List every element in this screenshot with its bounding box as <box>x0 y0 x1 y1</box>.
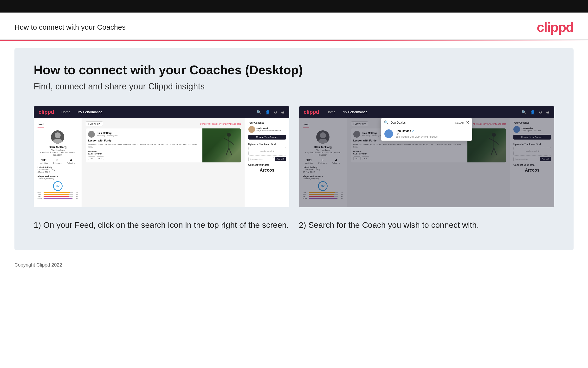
svg-point-1 <box>53 138 62 144</box>
nav-home-1[interactable]: Home <box>61 110 70 114</box>
svg-line-12 <box>489 138 494 141</box>
following-row-1: Following ▾ Control who can see your act… <box>86 121 241 126</box>
main-title: How to connect with your Coaches (Deskto… <box>34 63 554 77</box>
nav-home-2[interactable]: Home <box>326 110 335 114</box>
add-link-btn-1[interactable]: Add Link <box>275 157 286 161</box>
trackman-input-row-1: Trackman Link Add Link <box>248 157 286 161</box>
search-input-value[interactable]: Dan Davies <box>391 121 453 124</box>
svg-line-15 <box>494 148 497 155</box>
following-button-1[interactable]: Following ▾ <box>86 121 103 126</box>
avatar-icon-nav[interactable]: ◉ <box>281 110 284 114</box>
nav-my-performance-2[interactable]: My Performance <box>343 110 368 114</box>
coach-row-1: David Ford Royal North Devon Golf Club <box>248 126 286 133</box>
player-perf-label: Player Performance <box>37 175 78 178</box>
step-2-text: 2) Search for the Coach you wish to conn… <box>299 219 554 231</box>
user-icon-nav[interactable]: 👤 <box>265 110 270 114</box>
profile-club-2: Royal North Devon Golf Club, United King… <box>303 151 343 156</box>
manage-coaches-btn-2[interactable]: Manage Your Coaches <box>513 135 551 139</box>
svg-point-9 <box>318 138 328 144</box>
coach-avatar-2 <box>513 126 520 133</box>
score-circle-2: 92 <box>318 181 328 191</box>
coach-avatar-1 <box>248 126 255 133</box>
profile-name-1: Blair McHarg <box>37 146 78 149</box>
app-btn[interactable]: APP <box>97 156 104 160</box>
search-icon-overlay: 🔍 <box>384 120 389 125</box>
coaches-title-2: Your Coaches <box>513 121 551 124</box>
svg-point-10 <box>492 133 496 137</box>
search-result-avatar <box>384 129 393 138</box>
perf-bar-arg: ARG 86 <box>37 196 78 197</box>
app-nav-logo-1: clippd <box>38 109 54 115</box>
search-bar-row: 🔍 Dan Davies CLEAR ✕ <box>381 118 472 127</box>
settings-icon-nav-2[interactable]: ⚙ <box>539 110 542 114</box>
settings-icon-nav[interactable]: ⚙ <box>274 110 277 114</box>
clippd-logo: clippd <box>537 19 574 35</box>
svg-line-7 <box>229 148 232 155</box>
following-button-2: Following ▾ <box>351 121 368 126</box>
post-user-row-1: Blair McHarg Yesterday · Sunningdale <box>88 131 200 138</box>
search-result-item[interactable]: Dan Davies ✔ Pro Sunningdale Golf Club, … <box>381 127 472 140</box>
svg-point-8 <box>320 132 326 138</box>
search-result-name: Dan Davies <box>395 129 411 133</box>
latest-activity-label: Latest Activity <box>37 166 78 168</box>
manage-coaches-btn-1[interactable]: Manage Your Coaches <box>248 135 286 139</box>
profile-avatar-1 <box>51 130 64 144</box>
main-subtitle: Find, connect and share your Clippd insi… <box>34 82 554 92</box>
profile-avatar-2 <box>316 130 330 144</box>
coach-club-1: Royal North Devon Golf Club <box>257 130 281 132</box>
nav-icons-2: 🔍 👤 ⚙ ◉ <box>522 110 550 114</box>
profile-name-2: Blair McHarg <box>303 146 343 149</box>
control-link-1[interactable]: Control who can see your activity and da… <box>200 123 241 125</box>
screenshot-panel-1: clippd Home My Performance 🔍 👤 ⚙ ◉ Feed <box>34 106 289 207</box>
perf-bar-ott: OTT 90 <box>37 192 78 193</box>
search-overlay: 🔍 Dan Davies CLEAR ✕ Dan Davies ✔ Pro Su… <box>381 118 472 141</box>
feed-tab-1[interactable]: Feed <box>37 123 44 128</box>
header: How to connect with your Coaches clippd <box>0 12 588 40</box>
profile-stats-2: 131 Activities 3 Followers 4 Following <box>303 158 343 164</box>
trackman-input-1[interactable]: Trackman Link <box>248 157 274 161</box>
avatar-icon-nav-2[interactable]: ◉ <box>546 110 550 114</box>
verified-icon: ✔ <box>412 129 414 133</box>
screenshot-panel-2: clippd Home My Performance 🔍 👤 ⚙ ◉ 🔍 Dan… <box>299 106 554 207</box>
user-icon-nav-2[interactable]: 👤 <box>530 110 535 114</box>
coaches-title-1: Your Coaches <box>248 121 286 124</box>
feed-tab-2: Feed <box>303 123 309 128</box>
svg-point-2 <box>227 133 231 137</box>
app-nav-1: clippd Home My Performance 🔍 👤 ⚙ ◉ <box>34 106 289 118</box>
player-perf-sublabel: Total Player Quality <box>37 178 78 180</box>
post-avatar-1 <box>88 131 95 138</box>
app-body-1: Feed Blair McHarg Plus Handicap Royal No… <box>34 118 289 207</box>
post-title-1: Lesson with Fordy <box>88 139 200 142</box>
nav-my-performance-1[interactable]: My Performance <box>78 110 102 114</box>
post-card-1: Blair McHarg Yesterday · Sunningdale Les… <box>86 129 241 162</box>
coach-name-2: Dan Davies <box>522 127 541 130</box>
activity-item-1: Lesson with Fordy <box>37 168 78 171</box>
off-btn[interactable]: OFF <box>88 156 95 160</box>
stat-following: 4 Following <box>67 158 75 164</box>
screenshots-row: clippd Home My Performance 🔍 👤 ⚙ ◉ Feed <box>34 106 554 207</box>
post-text-1: Blair McHarg Yesterday · Sunningdale Les… <box>86 129 202 162</box>
connect-title-1: Connect your data <box>248 164 286 166</box>
post-duration-val-1: 01 hr : 30 min <box>88 153 200 155</box>
search-icon-nav-2[interactable]: 🔍 <box>522 110 527 114</box>
header-accent-line <box>0 40 588 41</box>
trackman-box-1: Trackman Link <box>248 147 286 156</box>
search-result-role: Pro <box>395 133 438 135</box>
profile-stats-1: 131 Activities 3 Followers 4 Following <box>37 158 78 164</box>
search-icon-nav[interactable]: 🔍 <box>257 110 261 114</box>
app-left-1: Feed Blair McHarg Plus Handicap Royal No… <box>34 118 82 207</box>
activity-date-1: 03 Aug 2022 <box>37 171 78 173</box>
profile-club-1: Royal North Devon Golf Club, United King… <box>37 151 78 156</box>
search-result-club: Sunningdale Golf Club, United Kingdom <box>395 135 438 138</box>
search-clear-btn[interactable]: CLEAR <box>455 121 464 124</box>
app-nav-logo-2: clippd <box>304 109 319 115</box>
post-user-name-1: Blair McHarg <box>97 132 117 135</box>
copyright-text: Copyright Clippd 2022 <box>14 262 62 267</box>
search-close-btn[interactable]: ✕ <box>466 120 469 125</box>
top-bar <box>0 0 588 12</box>
svg-line-14 <box>491 148 494 155</box>
page-title: How to connect with your Coaches <box>14 23 126 31</box>
perf-bar-app: APP 85 <box>37 194 78 195</box>
profile-handicap-1: Plus Handicap <box>37 149 78 151</box>
svg-line-6 <box>226 148 229 155</box>
